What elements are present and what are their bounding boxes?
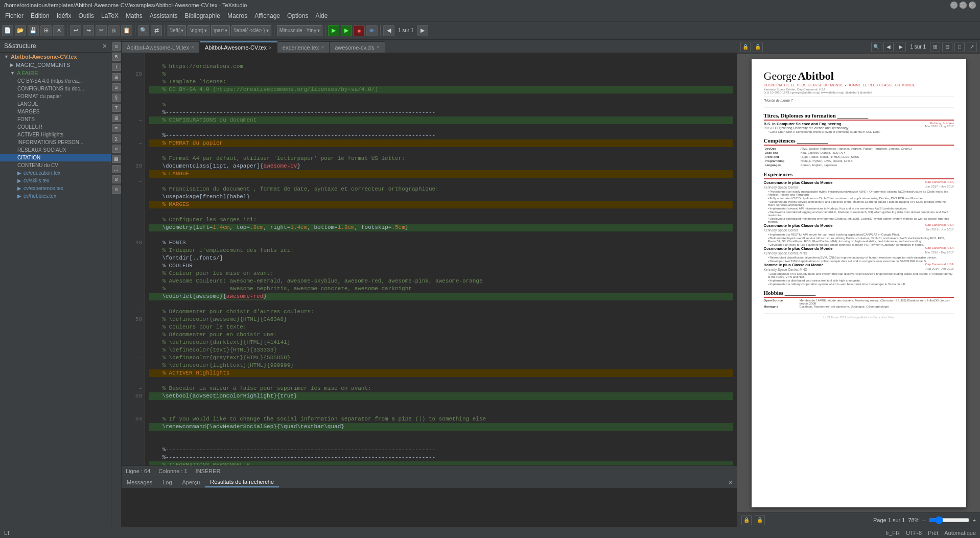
- pdf-tb-3[interactable]: ⊞: [930, 42, 940, 52]
- sidebar-item-skills[interactable]: ▶ cv/skills.tex: [0, 177, 111, 184]
- tab-cls[interactable]: awesome-cv.cls ×: [330, 41, 385, 53]
- left-paren-dropdown[interactable]: \left( ▾: [168, 25, 186, 36]
- pdf-search-button[interactable]: 🔍: [871, 42, 881, 52]
- sidebar-item-langue[interactable]: LANGUE: [0, 100, 111, 108]
- tab-cv[interactable]: Abitbol-Awesome-CV.tex ×: [200, 41, 277, 53]
- undo-button[interactable]: ↩: [70, 25, 81, 36]
- code-content[interactable]: % https://ordinatous.com % % Template li…: [145, 53, 737, 465]
- pdf-zoom-plus[interactable]: +: [973, 517, 976, 523]
- redo-button[interactable]: ↪: [83, 25, 94, 36]
- icon-7[interactable]: T: [112, 104, 121, 112]
- icon-1[interactable]: S: [112, 42, 121, 51]
- sidebar-item-magic[interactable]: ▶ MAGIC_COMMENTS: [0, 61, 111, 69]
- sidebar-item-experience[interactable]: ▶ cv/experience.tex: [0, 184, 111, 192]
- menu-latex[interactable]: LaTeX: [98, 11, 122, 20]
- label-dropdown[interactable]: \label{ <clé> } ▾: [231, 25, 271, 36]
- icon-6[interactable]: §: [112, 93, 121, 102]
- icon-14[interactable]: ⊘: [112, 175, 121, 183]
- tab-cv-close[interactable]: ×: [269, 45, 272, 51]
- tab-cls-close[interactable]: ×: [377, 44, 380, 50]
- open-button[interactable]: 📂: [15, 25, 26, 36]
- search-button[interactable]: 🔍: [138, 25, 149, 36]
- sidebar-item-config[interactable]: CONFIGURATIONS du doc...: [0, 85, 111, 92]
- save-button[interactable]: 💾: [28, 25, 39, 36]
- new-button[interactable]: 📄: [2, 25, 13, 36]
- icon-15[interactable]: ⊙: [112, 185, 121, 194]
- paste-button[interactable]: 📋: [121, 25, 132, 36]
- sidebar-item-root[interactable]: ▼ Abitbol-Awesome-CV.tex: [0, 53, 111, 61]
- cut-button[interactable]: ✂: [96, 25, 107, 36]
- icon-4[interactable]: ⊞: [112, 73, 121, 81]
- sidebar-item-format[interactable]: FORMAT du papier: [0, 92, 111, 100]
- maximize-button[interactable]: □: [960, 2, 967, 9]
- bottom-tab-apercu[interactable]: Aperçu: [177, 478, 205, 487]
- pdf-prev-button[interactable]: ◀: [883, 42, 894, 52]
- icon-11[interactable]: α: [112, 145, 121, 153]
- icon-8[interactable]: ⊞: [112, 114, 121, 122]
- menu-assistants[interactable]: Assistants: [147, 11, 181, 20]
- pdf-tb-4[interactable]: ⊟: [942, 42, 952, 52]
- stop-button[interactable]: ■: [354, 25, 365, 36]
- menu-maths[interactable]: Maths: [123, 11, 146, 20]
- save-all-button[interactable]: ⊞: [40, 25, 52, 36]
- pdf-lock-btn[interactable]: 🔒: [741, 515, 752, 525]
- menu-options[interactable]: Options: [284, 11, 311, 20]
- view-button[interactable]: 👁: [366, 25, 378, 36]
- menu-bibliographie[interactable]: Bibliographie: [182, 11, 223, 20]
- pdf-next-button[interactable]: ▶: [896, 42, 906, 52]
- pdf-btn-1[interactable]: 🔒: [740, 42, 751, 52]
- menu-fichier[interactable]: Fichier: [2, 11, 27, 20]
- tab-exp-close[interactable]: ×: [321, 44, 324, 50]
- pdf-lock2-btn[interactable]: 🔒: [755, 515, 765, 525]
- sidebar-item-infos[interactable]: INFORMATIONS PERSON...: [0, 138, 111, 146]
- nav-next-button[interactable]: ▶: [417, 25, 428, 36]
- sidebar-item-couleur[interactable]: COULEUR: [0, 123, 111, 131]
- replace-button[interactable]: ⇄: [151, 25, 162, 36]
- bottom-tab-resultats[interactable]: Résultats de la recherche: [205, 477, 279, 487]
- bottom-panel-close[interactable]: ×: [725, 478, 737, 486]
- menu-affichage[interactable]: Affichage: [251, 11, 283, 20]
- sidebar-item-contenu[interactable]: CONTENU du CV: [0, 161, 111, 169]
- tab-lm[interactable]: Abitbol-Awesome-LM.tex ×: [122, 41, 200, 53]
- bottom-tab-messages[interactable]: Messages: [122, 478, 157, 487]
- sidebar-item-afaire[interactable]: ▼ A FAIRE: [0, 69, 111, 77]
- icon-5[interactable]: S: [112, 83, 121, 91]
- compile-button[interactable]: ▶: [328, 25, 339, 36]
- bottom-tab-log[interactable]: Log: [157, 478, 177, 487]
- sidebar-item-education[interactable]: ▶ cv/education.tex: [0, 169, 111, 177]
- sidebar-item-fonts[interactable]: FONTS: [0, 115, 111, 123]
- right-paren-dropdown[interactable]: \right) ▾: [188, 25, 209, 36]
- icon-12[interactable]: ▦: [112, 155, 121, 163]
- pdf-content[interactable]: George Abitbol COSMONAUTE LE PLUS CLASSE…: [737, 54, 980, 512]
- icon-9[interactable]: ≡: [112, 124, 121, 132]
- close-doc-button[interactable]: ✕: [53, 25, 64, 36]
- compile2-button[interactable]: ▶: [341, 25, 352, 36]
- sidebar-item-reseaux[interactable]: RESEAUX SOCIAUX: [0, 146, 111, 154]
- size-dropdown[interactable]: Minuscule - \tiny ▾: [277, 25, 322, 36]
- sidebar-item-hobbies[interactable]: ▶ cv/hobbies.tex: [0, 192, 111, 200]
- menu-macros[interactable]: Macros: [224, 11, 250, 20]
- part-dropdown[interactable]: \part ▾: [211, 25, 230, 36]
- minimize-button[interactable]: −: [950, 2, 958, 9]
- tab-lm-close[interactable]: ×: [191, 44, 194, 50]
- pdf-btn-2[interactable]: 🔒: [753, 42, 763, 52]
- pdf-tb-5[interactable]: □: [954, 42, 965, 52]
- sidebar-close-button[interactable]: ×: [103, 42, 107, 50]
- sidebar-item-ccby[interactable]: CC BY-SA 4.0 (https://crea...: [0, 77, 111, 85]
- menu-outils[interactable]: Outils: [75, 11, 97, 20]
- sidebar-item-marges[interactable]: MARGES: [0, 108, 111, 115]
- pdf-zoom-slider[interactable]: [929, 516, 970, 524]
- icon-10[interactable]: ∑: [112, 134, 121, 143]
- menu-idefix[interactable]: Idéfix: [54, 11, 75, 20]
- icon-13[interactable]: …: [112, 165, 121, 173]
- sidebar-item-activer[interactable]: ACTIVER Highlights: [0, 131, 111, 138]
- nav-prev-button[interactable]: ◀: [383, 25, 394, 36]
- tab-exp[interactable]: experience.tex ×: [277, 41, 330, 53]
- menu-edition[interactable]: Édition: [28, 11, 53, 20]
- close-button[interactable]: ×: [969, 2, 976, 9]
- icon-2[interactable]: B: [112, 53, 121, 61]
- pdf-tb-6[interactable]: ↗: [967, 42, 977, 52]
- icon-3[interactable]: I: [112, 63, 121, 71]
- sidebar-item-citation[interactable]: CITATION: [0, 154, 111, 161]
- menu-aide[interactable]: Aide: [312, 11, 331, 20]
